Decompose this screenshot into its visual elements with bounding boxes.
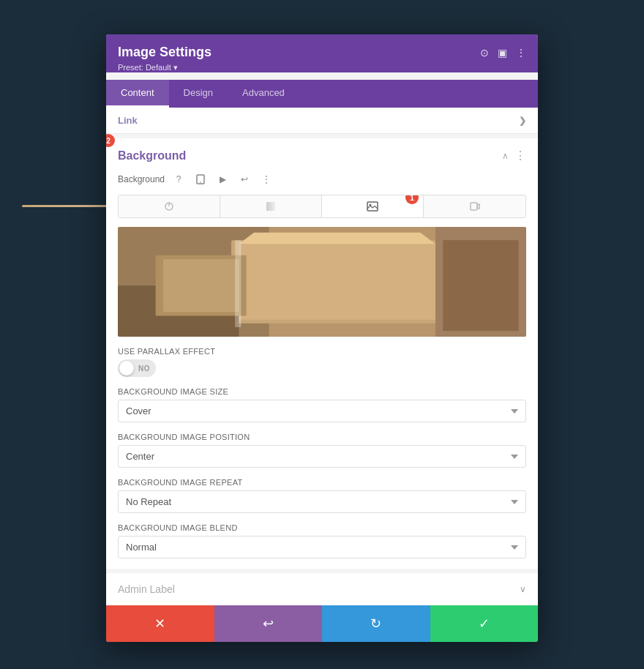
panel-content: Link ❯ 2 Background ∧ ⋮ Background ? [106, 108, 538, 605]
focus-icon[interactable]: ⊙ [480, 47, 489, 59]
bg-type-color[interactable] [119, 195, 220, 217]
tab-design[interactable]: Design [169, 80, 228, 108]
svg-rect-14 [163, 259, 239, 312]
header-top-row: Image Settings ⊙ ▣ ⋮ [118, 45, 526, 60]
background-reset-icon[interactable]: ↩ [236, 171, 252, 187]
svg-rect-18 [235, 240, 241, 327]
layout-icon[interactable]: ▣ [498, 47, 507, 59]
image-repeat-select[interactable]: No Repeat Repeat Repeat X Repeat Y [118, 490, 526, 513]
save-button[interactable]: ✓ [430, 605, 539, 642]
undo-button[interactable]: ↩ [214, 605, 323, 642]
svg-rect-6 [471, 203, 477, 210]
link-section-title: Link [118, 115, 519, 126]
svg-rect-3 [266, 202, 275, 211]
svg-rect-17 [443, 240, 518, 331]
svg-rect-10 [239, 244, 435, 319]
parallax-row: Use Parallax Effect NO [118, 347, 526, 377]
badge-2: 2 [106, 134, 115, 147]
admin-label-section[interactable]: Admin Label ∨ [106, 573, 538, 605]
preset-label[interactable]: Preset: Default ▾ [118, 63, 526, 72]
parallax-label: Use Parallax Effect [118, 347, 526, 356]
background-device-icon[interactable] [192, 171, 209, 187]
bg-type-gradient[interactable] [220, 195, 322, 217]
image-position-select[interactable]: Center Top Left Top Center Top Right [118, 445, 526, 468]
image-blend-row: Background Image Blend Normal Multiply S… [118, 523, 526, 558]
tab-content[interactable]: Content [106, 80, 169, 108]
parallax-toggle-row: NO [118, 359, 526, 377]
background-label: Background [118, 174, 165, 184]
tab-advanced[interactable]: Advanced [228, 80, 299, 108]
image-position-label: Background Image Position [118, 433, 526, 441]
header-actions: ⊙ ▣ ⋮ [480, 47, 526, 59]
toggle-knob [119, 361, 134, 375]
badge-1: 1 [405, 195, 419, 204]
svg-point-1 [200, 182, 201, 183]
background-type-tabs: 1 [118, 195, 526, 218]
bg-type-video[interactable] [424, 195, 525, 217]
svg-rect-4 [367, 202, 378, 211]
image-blend-label: Background Image Blend [118, 523, 526, 532]
background-image-preview[interactable] [118, 227, 526, 337]
redo-button[interactable]: ↻ [322, 605, 430, 642]
svg-marker-11 [239, 233, 435, 244]
more-icon[interactable]: ⋮ [516, 47, 526, 59]
background-more-icon[interactable]: ⋮ [514, 149, 526, 162]
collapse-icon[interactable]: ∧ [502, 151, 509, 161]
background-section-title: Background [118, 149, 186, 162]
settings-panel: Image Settings ⊙ ▣ ⋮ Preset: Default ▾ C… [106, 34, 538, 642]
image-size-row: Background Image Size Cover Contain Stre… [118, 387, 526, 422]
background-pointer-icon[interactable]: ▶ [214, 171, 231, 187]
background-help-icon[interactable]: ? [171, 171, 187, 187]
image-size-select[interactable]: Cover Contain Stretch Tile [118, 400, 526, 422]
panel-header: Image Settings ⊙ ▣ ⋮ Preset: Default ▾ [106, 34, 538, 72]
toggle-text: NO [138, 365, 150, 373]
link-chevron-icon: ❯ [519, 116, 526, 126]
bottom-action-bar: ✕ ↩ ↻ ✓ [106, 605, 538, 642]
image-repeat-row: Background Image Repeat No Repeat Repeat… [118, 478, 526, 513]
tab-bar: Content Design Advanced [106, 80, 538, 108]
image-blend-select[interactable]: Normal Multiply Screen Overlay [118, 536, 526, 558]
background-options-icon[interactable]: ⋮ [258, 171, 274, 187]
admin-label-title: Admin Label [118, 583, 175, 595]
bg-type-image[interactable]: 1 [322, 195, 424, 217]
background-header-controls: ∧ ⋮ [502, 149, 526, 162]
link-section-header[interactable]: Link ❯ [106, 108, 538, 134]
image-size-label: Background Image Size [118, 387, 526, 396]
admin-label-chevron-icon: ∨ [520, 584, 526, 594]
background-section: 2 Background ∧ ⋮ Background ? ▶ [106, 138, 538, 569]
image-repeat-label: Background Image Repeat [118, 478, 526, 487]
cancel-button[interactable]: ✕ [106, 605, 214, 642]
panel-title: Image Settings [118, 45, 211, 60]
parallax-toggle[interactable]: NO [118, 359, 156, 377]
image-position-row: Background Image Position Center Top Lef… [118, 433, 526, 468]
background-section-header: Background ∧ ⋮ [118, 149, 526, 162]
background-control-row: Background ? ▶ ↩ ⋮ [118, 171, 526, 187]
